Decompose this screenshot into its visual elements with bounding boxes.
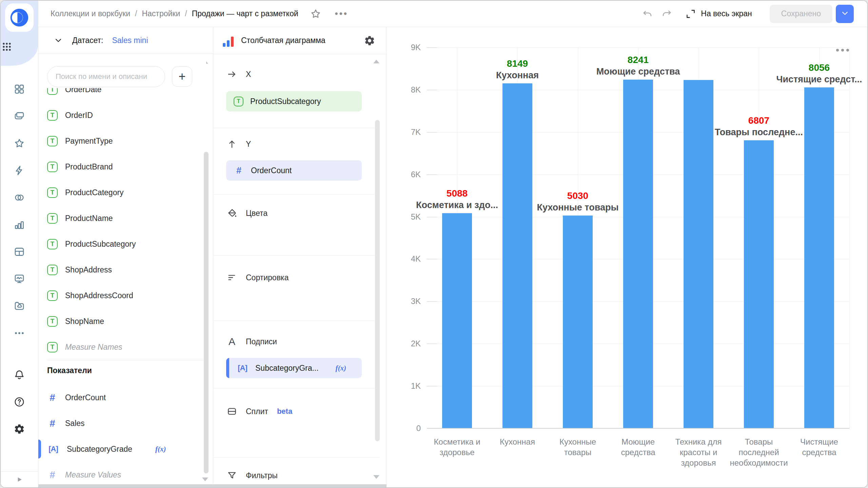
field-row[interactable]: TProductCategory [38,180,206,205]
beta-badge: beta [277,407,292,416]
field-row[interactable]: TShopName [38,308,206,334]
bar[interactable] [623,80,653,428]
tables-icon[interactable] [14,246,25,258]
breadcrumb-separator: / [135,9,137,18]
scroll-up-arrow[interactable] [373,60,379,63]
apps-grid-icon[interactable] [1,41,12,52]
field-label: OrderID [65,111,93,120]
text-field-icon: T [47,136,58,146]
monitoring-icon[interactable] [14,273,25,285]
datalens-logo[interactable] [5,3,34,32]
text-field-icon: T [234,97,243,106]
field-row[interactable]: TProductName [38,205,206,231]
x-tick-label: Чистящие средства [789,436,849,458]
field-row[interactable]: TMeasure Names [38,334,206,360]
help-icon[interactable] [14,396,25,408]
search-row: + [38,54,206,88]
section-x-label: X [246,70,251,79]
field-row[interactable]: TProductBrand [38,154,206,180]
bar[interactable] [502,83,532,428]
field-label: ShopAddress [65,265,112,274]
y-tick-label: 0 [387,423,421,433]
breadcrumb-collections[interactable]: Коллекции и воркбуки [51,9,130,18]
horizontal-scrollbar[interactable] [38,484,387,488]
field-row[interactable]: TProductSubcategory [38,231,206,257]
field-row[interactable]: #OrderCount [38,385,206,410]
field-row[interactable]: TShopAddress [38,257,206,283]
bar[interactable] [804,87,834,428]
axis-tick [427,132,437,133]
dataset-header[interactable]: Датасет: Sales mini [38,27,213,54]
field-label: Sales [65,419,85,428]
text-field-icon: T [47,239,58,249]
favorite-star-icon[interactable] [310,8,321,20]
charts-icon[interactable] [14,219,25,230]
favorites-icon[interactable] [14,138,25,149]
section-filters: Фильтры [213,466,379,485]
add-field-button[interactable]: + [172,66,192,87]
settings-icon[interactable] [14,423,25,435]
field-row[interactable]: TOrderID [38,102,206,128]
bar[interactable] [744,140,774,428]
bar[interactable] [442,213,472,428]
y-tick-label: 3K [387,296,421,306]
measures-header: Показатели [47,366,92,375]
section-y: Y [213,135,379,153]
dashboards-icon[interactable] [14,83,25,95]
text-field-icon: T [47,187,58,198]
fullscreen-label[interactable]: На весь экран [701,9,752,18]
divider [47,360,204,360]
data-label-category: Моющие средства [564,66,713,77]
scroll-down-arrow[interactable] [202,477,208,481]
chart-type-label[interactable]: Столбчатая диаграмма [241,36,326,45]
expand-rail-button[interactable] [1,471,38,487]
field-row[interactable]: [A]SubcategoryGradef(x) [38,436,206,462]
topbar: Коллекции и воркбуки / Настройки / Прода… [38,1,867,27]
field-row[interactable]: TShopAddressCoord [38,283,206,308]
section-x: X [213,65,379,83]
collections-icon[interactable] [14,110,25,122]
gear-icon[interactable] [363,34,376,47]
field-row[interactable]: #Sales [38,410,206,436]
bar[interactable] [563,216,593,428]
number-field-icon: # [234,165,244,176]
breadcrumb-separator: / [185,9,187,18]
sort-icon [226,272,238,283]
connections-icon[interactable] [14,192,25,203]
data-label: 8241Моющие средства [564,54,713,77]
chip-label: SubcategoryGra... [255,364,319,373]
chip-label: OrderCount [251,166,292,175]
field-label: ProductName [65,214,113,223]
save-menu-button[interactable] [836,5,854,23]
data-label: 8056Чистящие средст... [745,62,867,85]
breadcrumb-settings[interactable]: Настройки [142,9,180,18]
undo-icon[interactable] [641,8,653,20]
saved-button[interactable]: Сохранено [770,5,832,23]
array-field-icon: [A] [47,445,59,453]
chart-context-menu-button[interactable] [834,47,851,54]
breadcrumb: Коллекции и воркбуки / Настройки / Прода… [51,8,348,20]
search-input[interactable] [47,66,165,87]
fullscreen-icon[interactable] [685,8,697,20]
scroll-down-arrow[interactable] [373,475,379,479]
y-field-chip[interactable]: # OrderCount [226,160,362,181]
quick-actions-icon[interactable] [14,165,25,176]
labels-field-chip[interactable]: [A] SubcategoryGra... f(x) [226,358,362,378]
more-icon[interactable] [14,327,25,339]
redo-icon[interactable] [661,8,673,20]
chart-area: 01K2K3K4K5K6K7K8K9K5088Косметика и здо..… [387,27,867,487]
axis-tick [427,301,437,302]
notifications-icon[interactable] [14,369,25,381]
storage-icon[interactable] [14,300,25,312]
more-actions-icon[interactable]: ••• [335,8,348,19]
formula-icon: f(x) [155,445,166,453]
dataset-name-link[interactable]: Sales mini [112,36,148,45]
scrollbar-thumb[interactable] [375,120,380,441]
x-field-chip[interactable]: T ProductSubcategory [226,91,362,111]
field-row[interactable]: #Measure Values [38,462,206,487]
scrollbar-thumb[interactable] [204,152,209,473]
section-sort: Сортировка [213,268,379,287]
field-row[interactable]: TPaymentType [38,128,206,154]
number-field-icon: # [47,469,58,481]
formula-icon: f(x) [336,364,346,372]
